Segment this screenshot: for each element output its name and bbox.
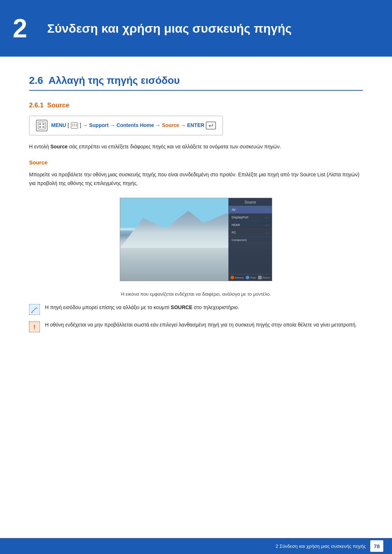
svg-rect-2 (42, 123, 44, 125)
note-row-2: ! Η οθόνη ενδέχεται να μην προβάλλεται σ… (29, 321, 363, 332)
note-section: Η πηγή εισόδου μπορεί επίσης να αλλάξει … (29, 303, 363, 332)
note-text-1: Η πηγή εισόδου μπορεί επίσης να αλλάξει … (45, 303, 363, 312)
source-item-displayport: DisplayPort ---- (229, 214, 272, 221)
note-blue-icon (29, 304, 40, 315)
tools-btn: Tools (246, 276, 256, 279)
svg-rect-4 (42, 126, 44, 128)
screenshot-container: Source AV ---- DisplayPort ---- HDMI ---… (29, 198, 363, 281)
return-btn: Return (258, 276, 270, 279)
subsection-title: 2.6.1 Source (29, 102, 363, 109)
chapter-number: 2 (13, 15, 27, 41)
intro-text: Η εντολή Source σάς επιτρέπει να επιλέξε… (29, 143, 363, 151)
source-item-pc: PC ---- (229, 229, 272, 237)
note-row-1: Η πηγή εισόδου μπορεί επίσης να αλλάξει … (29, 303, 363, 315)
page-footer: 2 Σύνδεση και χρήση μιας συσκευής πηγής … (0, 538, 392, 554)
refresh-btn: Refresh (230, 276, 244, 279)
note-red-icon: ! (29, 321, 40, 332)
chapter-number-box: 2 (0, 10, 40, 46)
svg-rect-6 (72, 124, 73, 125)
source-item-hdmi: HDMI ---- (229, 221, 272, 229)
screenshot: Source AV ---- DisplayPort ---- HDMI ---… (120, 198, 272, 281)
refresh-icon (230, 276, 234, 279)
return-icon (258, 276, 262, 279)
note-text-2: Η οθόνη ενδέχεται να μην προβάλλεται σωσ… (45, 321, 363, 329)
main-content: 2.6 Αλλαγή της πηγής εισόδου 2.6.1 Sourc… (0, 57, 392, 367)
header-title: Σύνδεση και χρήση μιας συσκευής πηγής (47, 21, 291, 36)
svg-rect-9 (72, 126, 73, 126)
svg-rect-8 (76, 124, 77, 125)
menu-path-box: MENU [ ] → Support → Contents Home → Sou… (29, 116, 223, 135)
svg-rect-11 (76, 126, 77, 126)
svg-line-17 (31, 312, 33, 313)
svg-rect-1 (39, 123, 41, 125)
source-panel-title: Source (229, 198, 272, 206)
source-body-text: Μπορείτε να προβάλετε την οθόνη μιας συσ… (29, 171, 363, 188)
image-note: Η εικόνα που εμφανίζεται ενδέχεται να δι… (29, 291, 363, 297)
source-panel-footer: Refresh Tools Return (229, 274, 272, 281)
source-item-av: AV ---- (229, 206, 272, 214)
page-number: 78 (370, 540, 383, 552)
svg-rect-10 (74, 126, 75, 126)
source-item-component: Component (229, 237, 272, 244)
menu-icon (36, 120, 48, 131)
menu-path-text: MENU [ ] → Support → Contents Home → Sou… (51, 122, 204, 129)
tools-icon (246, 276, 249, 279)
svg-rect-7 (74, 124, 75, 125)
svg-text:!: ! (33, 324, 36, 331)
footer-text: 2 Σύνδεση και χρήση μιας συσκευής πηγής (275, 543, 366, 549)
header-banner: 2 Σύνδεση και χρήση μιας συσκευής πηγής (0, 0, 392, 57)
svg-rect-3 (39, 126, 41, 128)
source-panel: Source AV ---- DisplayPort ---- HDMI ---… (228, 198, 272, 281)
svg-rect-0 (38, 122, 45, 129)
source-subheading: Source (29, 159, 363, 165)
enter-icon (206, 122, 216, 130)
section-title: 2.6 Αλλαγή της πηγής εισόδου (29, 75, 363, 91)
